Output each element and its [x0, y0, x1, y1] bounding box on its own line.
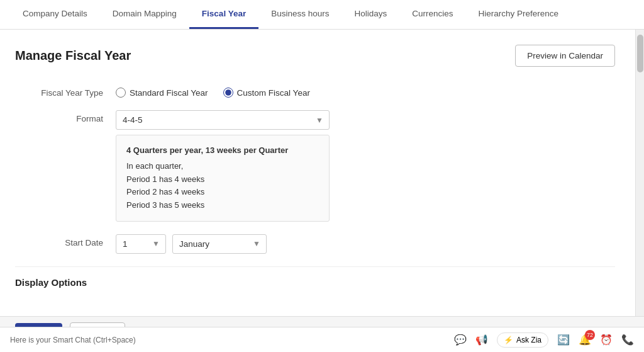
main-content: Manage Fiscal Year Preview in Calendar F…	[0, 30, 644, 316]
tab-business-hours[interactable]: Business hours	[258, 0, 341, 29]
format-info-lines: In each quarter,Period 1 has 4 weeksPeri…	[126, 160, 319, 212]
format-select-wrapper: 4-4-54-5-45-4-4 ▼	[116, 110, 330, 130]
format-info-title: 4 Quarters per year, 13 weeks per Quarte…	[126, 144, 319, 157]
format-select[interactable]: 4-4-54-5-45-4-4	[116, 110, 330, 130]
fiscal-year-type-options: Standard Fiscal YearCustom Fiscal Year	[116, 84, 430, 98]
start-date-row: Start Date 12345678910111213141516171819…	[15, 234, 615, 254]
megaphone-icon[interactable]: 📢	[475, 334, 488, 346]
zia-icon: ⚡	[504, 336, 513, 344]
tab-domain-mapping[interactable]: Domain Mapping	[100, 0, 189, 29]
format-label: Format	[15, 110, 116, 123]
refresh-icon[interactable]: 🔄	[557, 334, 570, 346]
format-info-box: 4 Quarters per year, 13 weeks per Quarte…	[116, 135, 330, 222]
zia-label: Ask Zia	[516, 336, 541, 344]
display-options-title: Display Options	[15, 266, 615, 288]
page-header: Manage Fiscal Year Preview in Calendar	[15, 45, 615, 67]
page-title: Manage Fiscal Year	[15, 48, 131, 63]
radio-label-standard: Standard Fiscal Year	[130, 88, 208, 98]
start-date-controls: 1234567891011121314151617181920212223242…	[116, 234, 430, 254]
tab-bar: Company DetailsDomain MappingFiscal Year…	[0, 0, 644, 30]
clock-icon[interactable]: ⏰	[600, 334, 613, 346]
notification-badge: 72	[585, 330, 595, 340]
radio-option-custom[interactable]: Custom Fiscal Year	[223, 88, 310, 98]
tab-hierarchy-preference[interactable]: Hierarchy Preference	[466, 0, 572, 29]
tab-company-details[interactable]: Company Details	[10, 0, 100, 29]
format-control: 4-4-54-5-45-4-4 ▼ 4 Quarters per year, 1…	[116, 110, 430, 222]
scrollbar-track[interactable]	[635, 30, 644, 316]
radio-input-custom[interactable]	[223, 88, 233, 98]
month-select[interactable]: JanuaryFebruaryMarchAprilMayJuneJulyAugu…	[172, 234, 267, 254]
day-select-wrapper: 1234567891011121314151617181920212223242…	[116, 234, 166, 254]
format-row: Format 4-4-54-5-45-4-4 ▼ 4 Quarters per …	[15, 110, 615, 222]
bottom-bar: Here is your Smart Chat (Ctrl+Space) 💬 📢…	[0, 327, 644, 352]
tab-currencies[interactable]: Currencies	[399, 0, 465, 29]
month-select-wrapper: JanuaryFebruaryMarchAprilMayJuneJulyAugu…	[172, 234, 267, 254]
fiscal-year-type-row: Fiscal Year Type Standard Fiscal YearCus…	[15, 84, 615, 98]
preview-in-calendar-button[interactable]: Preview in Calendar	[515, 45, 615, 67]
day-select[interactable]: 1234567891011121314151617181920212223242…	[116, 234, 166, 254]
notification-icon[interactable]: 🔔 72	[579, 334, 591, 346]
radio-label-custom: Custom Fiscal Year	[237, 88, 310, 98]
start-date-label: Start Date	[15, 234, 116, 247]
radio-option-standard[interactable]: Standard Fiscal Year	[116, 88, 208, 98]
info-line: Period 3 has 5 weeks	[126, 199, 319, 212]
info-line: In each quarter,	[126, 160, 319, 173]
info-line: Period 1 has 4 weeks	[126, 173, 319, 186]
info-line: Period 2 has 4 weeks	[126, 186, 319, 199]
smart-chat-text: Here is your Smart Chat (Ctrl+Space)	[10, 336, 447, 344]
tab-fiscal-year[interactable]: Fiscal Year	[189, 0, 258, 29]
scrollbar-thumb[interactable]	[637, 35, 643, 72]
radio-input-standard[interactable]	[116, 88, 126, 98]
fiscal-year-type-label: Fiscal Year Type	[15, 84, 116, 98]
chat-icon[interactable]: 💬	[454, 334, 467, 346]
ask-zia-button[interactable]: ⚡ Ask Zia	[497, 332, 548, 348]
tab-holidays[interactable]: Holidays	[341, 0, 399, 29]
bottom-bar-icons: 💬 📢 ⚡ Ask Zia 🔄 🔔 72 ⏰ 📞	[454, 332, 634, 348]
phone-icon[interactable]: 📞	[621, 334, 634, 346]
